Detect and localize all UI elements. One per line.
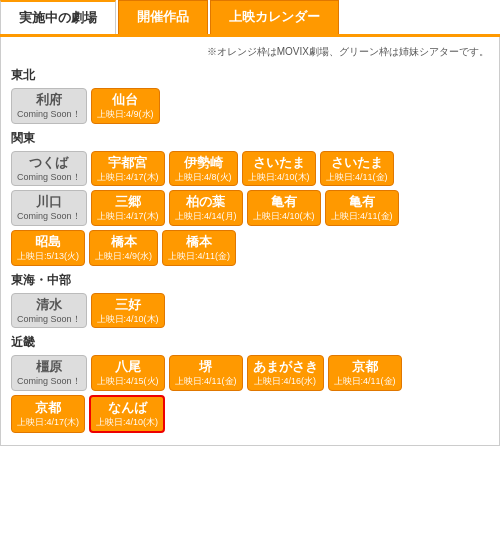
theater-date: 上映日:4/9(水) xyxy=(97,109,154,120)
main-content: ※オレンジ枠はMOVIX劇場、グリーン枠は姉妹シアターです。 東北利府Comin… xyxy=(0,37,500,446)
theater-name: 京都 xyxy=(352,359,378,376)
theater-cell[interactable]: 橿原Coming Soon！ xyxy=(11,355,87,391)
theater-date: 上映日:4/8(火) xyxy=(175,172,232,183)
theater-date: 上映日:4/10(木) xyxy=(253,211,315,222)
theater-cell[interactable]: 清水Coming Soon！ xyxy=(11,293,87,329)
theater-name: 利府 xyxy=(36,92,62,109)
theater-name: 柏の葉 xyxy=(186,194,225,211)
theater-date: Coming Soon！ xyxy=(17,172,81,183)
theater-name: 亀有 xyxy=(271,194,297,211)
region-label: 東海・中部 xyxy=(11,272,489,289)
theater-row: 利府Coming Soon！仙台上映日:4/9(水) xyxy=(11,88,489,124)
theater-cell[interactable]: 柏の葉上映日:4/14(月) xyxy=(169,190,243,226)
theater-date: 上映日:4/10(木) xyxy=(97,314,159,325)
theater-row: 京都上映日:4/17(木)なんば上映日:4/10(木) xyxy=(11,395,489,433)
theater-date: Coming Soon！ xyxy=(17,211,81,222)
theater-row: 清水Coming Soon！三好上映日:4/10(木) xyxy=(11,293,489,329)
theater-name: 川口 xyxy=(36,194,62,211)
theater-date: Coming Soon！ xyxy=(17,314,81,325)
tab-works[interactable]: 開催作品 xyxy=(118,0,208,34)
region-1: 関東つくばComing Soon！宇都宮上映日:4/17(木)伊勢崎上映日:4/… xyxy=(11,130,489,266)
theater-cell[interactable]: 京都上映日:4/11(金) xyxy=(328,355,402,391)
theater-row: 昭島上映日:5/13(火)橋本上映日:4/9(水)橋本上映日:4/11(金) xyxy=(11,230,489,266)
theater-name: つくば xyxy=(29,155,68,172)
theater-cell[interactable]: 仙台上映日:4/9(水) xyxy=(91,88,160,124)
theater-cell[interactable]: 橋本上映日:4/11(金) xyxy=(162,230,236,266)
theater-cell[interactable]: 三郷上映日:4/17(木) xyxy=(91,190,165,226)
theater-name: さいたま xyxy=(253,155,305,172)
theater-name: 宇都宮 xyxy=(108,155,147,172)
theater-name: 橋本 xyxy=(111,234,137,251)
theater-cell[interactable]: 八尾上映日:4/15(火) xyxy=(91,355,165,391)
theater-date: 上映日:4/11(金) xyxy=(168,251,230,262)
theater-date: 上映日:4/17(木) xyxy=(97,211,159,222)
theater-date: 上映日:4/15(火) xyxy=(97,376,159,387)
theater-cell[interactable]: 亀有上映日:4/11(金) xyxy=(325,190,399,226)
theater-name: 橿原 xyxy=(36,359,62,376)
tab-theaters[interactable]: 実施中の劇場 xyxy=(0,0,116,34)
theater-row: つくばComing Soon！宇都宮上映日:4/17(木)伊勢崎上映日:4/8(… xyxy=(11,151,489,187)
theater-cell[interactable]: 亀有上映日:4/10(木) xyxy=(247,190,321,226)
region-label: 関東 xyxy=(11,130,489,147)
theater-cell[interactable]: 京都上映日:4/17(木) xyxy=(11,395,85,433)
theater-row: 川口Coming Soon！三郷上映日:4/17(木)柏の葉上映日:4/14(月… xyxy=(11,190,489,226)
region-label: 近畿 xyxy=(11,334,489,351)
theater-name: 伊勢崎 xyxy=(184,155,223,172)
region-label: 東北 xyxy=(11,67,489,84)
theater-cell[interactable]: 橋本上映日:4/9(水) xyxy=(89,230,158,266)
theater-cell[interactable]: 宇都宮上映日:4/17(木) xyxy=(91,151,165,187)
theater-name: 昭島 xyxy=(35,234,61,251)
theater-date: 上映日:4/14(月) xyxy=(175,211,237,222)
theater-name: 三郷 xyxy=(115,194,141,211)
theater-name: 亀有 xyxy=(349,194,375,211)
theater-date: 上映日:4/17(木) xyxy=(97,172,159,183)
theater-name: なんば xyxy=(108,400,147,417)
theater-name: あまがさき xyxy=(253,359,318,376)
theater-name: 三好 xyxy=(115,297,141,314)
theater-date: 上映日:4/11(金) xyxy=(331,211,393,222)
tab-calendar[interactable]: 上映カレンダー xyxy=(210,0,339,34)
theater-cell[interactable]: 堺上映日:4/11(金) xyxy=(169,355,243,391)
theater-date: 上映日:4/11(金) xyxy=(334,376,396,387)
theater-cell[interactable]: 伊勢崎上映日:4/8(火) xyxy=(169,151,238,187)
region-2: 東海・中部清水Coming Soon！三好上映日:4/10(木) xyxy=(11,272,489,329)
theater-date: 上映日:4/17(木) xyxy=(17,417,79,428)
theater-name: さいたま xyxy=(331,155,383,172)
theater-cell[interactable]: あまがさき上映日:4/16(水) xyxy=(247,355,324,391)
theater-date: Coming Soon！ xyxy=(17,376,81,387)
theater-date: Coming Soon！ xyxy=(17,109,81,120)
region-0: 東北利府Coming Soon！仙台上映日:4/9(水) xyxy=(11,67,489,124)
theater-date: 上映日:4/10(木) xyxy=(248,172,310,183)
theater-name: 橋本 xyxy=(186,234,212,251)
theater-name: 清水 xyxy=(36,297,62,314)
tabs-container: 実施中の劇場 開催作品 上映カレンダー xyxy=(0,0,500,37)
theater-cell[interactable]: さいたま上映日:4/11(金) xyxy=(320,151,394,187)
theater-cell[interactable]: 川口Coming Soon！ xyxy=(11,190,87,226)
theater-cell[interactable]: 昭島上映日:5/13(火) xyxy=(11,230,85,266)
theater-name: 八尾 xyxy=(115,359,141,376)
theater-row: 橿原Coming Soon！八尾上映日:4/15(火)堺上映日:4/11(金)あ… xyxy=(11,355,489,391)
theater-name: 京都 xyxy=(35,400,61,417)
theater-date: 上映日:4/9(水) xyxy=(95,251,152,262)
theater-cell[interactable]: なんば上映日:4/10(木) xyxy=(89,395,165,433)
theater-date: 上映日:4/16(水) xyxy=(254,376,316,387)
theater-date: 上映日:4/11(金) xyxy=(326,172,388,183)
theater-date: 上映日:5/13(火) xyxy=(17,251,79,262)
theater-cell[interactable]: つくばComing Soon！ xyxy=(11,151,87,187)
notice-text: ※オレンジ枠はMOVIX劇場、グリーン枠は姉妹シアターです。 xyxy=(11,45,489,59)
theater-name: 堺 xyxy=(199,359,212,376)
theater-name: 仙台 xyxy=(112,92,138,109)
theater-cell[interactable]: 三好上映日:4/10(木) xyxy=(91,293,165,329)
theater-date: 上映日:4/10(木) xyxy=(96,417,158,428)
theater-cell[interactable]: さいたま上映日:4/10(木) xyxy=(242,151,316,187)
region-3: 近畿橿原Coming Soon！八尾上映日:4/15(火)堺上映日:4/11(金… xyxy=(11,334,489,432)
theater-cell[interactable]: 利府Coming Soon！ xyxy=(11,88,87,124)
theater-date: 上映日:4/11(金) xyxy=(175,376,237,387)
